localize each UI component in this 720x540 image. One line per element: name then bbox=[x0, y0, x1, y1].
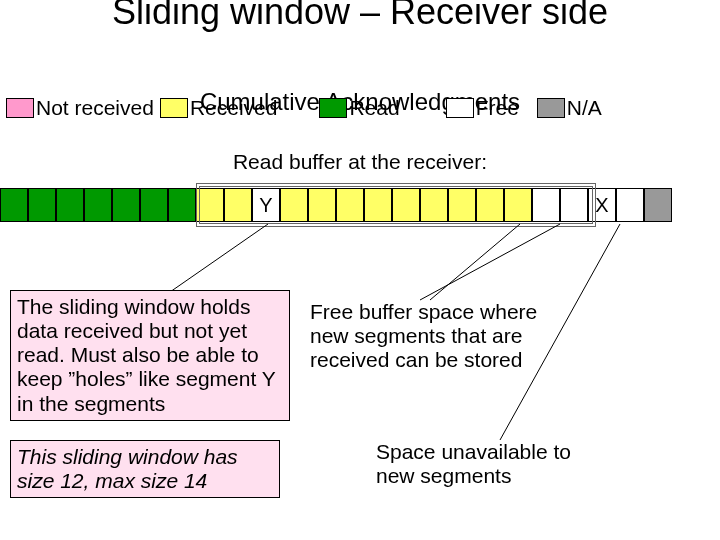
svg-line-1 bbox=[430, 224, 520, 300]
swatch-received bbox=[160, 98, 188, 118]
buffer-cell bbox=[196, 188, 224, 222]
legend: Not received Received Read Free N/A bbox=[6, 96, 608, 120]
note-free-space: Free buffer space where new segments tha… bbox=[310, 300, 570, 372]
buffer-cell bbox=[532, 188, 560, 222]
svg-line-0 bbox=[170, 224, 268, 292]
note-sliding-window: The sliding window holds data received b… bbox=[10, 290, 290, 421]
swatch-read bbox=[319, 98, 347, 118]
buffer-caption: Read buffer at the receiver: bbox=[0, 150, 720, 174]
legend-not-received: Not received bbox=[36, 96, 154, 120]
buffer-cell bbox=[644, 188, 672, 222]
buffer-cell bbox=[560, 188, 588, 222]
note-window-size: This sliding window has size 12, max siz… bbox=[10, 440, 280, 498]
legend-free: Free bbox=[476, 96, 519, 120]
buffer-cell-y: Y bbox=[252, 188, 280, 222]
buffer-cell bbox=[476, 188, 504, 222]
buffer-cell bbox=[448, 188, 476, 222]
buffer-cell bbox=[84, 188, 112, 222]
buffer-cell bbox=[0, 188, 28, 222]
buffer-cell bbox=[280, 188, 308, 222]
buffer-row: Y X bbox=[0, 188, 672, 222]
buffer-cell bbox=[140, 188, 168, 222]
page-title: Sliding window – Receiver side bbox=[0, 0, 720, 32]
legend-read: Read bbox=[349, 96, 399, 120]
buffer-cell-x: X bbox=[588, 188, 616, 222]
svg-line-2 bbox=[420, 224, 560, 300]
buffer-cell bbox=[28, 188, 56, 222]
buffer-cell bbox=[56, 188, 84, 222]
swatch-not-received bbox=[6, 98, 34, 118]
swatch-na bbox=[537, 98, 565, 118]
buffer-cell bbox=[112, 188, 140, 222]
buffer-cell bbox=[616, 188, 644, 222]
buffer-cell bbox=[504, 188, 532, 222]
legend-na: N/A bbox=[567, 96, 602, 120]
buffer-cell bbox=[336, 188, 364, 222]
buffer-cell bbox=[308, 188, 336, 222]
buffer-cell bbox=[364, 188, 392, 222]
buffer-cell bbox=[224, 188, 252, 222]
buffer-cell bbox=[392, 188, 420, 222]
buffer-cell bbox=[168, 188, 196, 222]
buffer-cell bbox=[420, 188, 448, 222]
swatch-free bbox=[446, 98, 474, 118]
note-unavailable: Space unavailable to new segments bbox=[376, 440, 606, 488]
legend-received: Received bbox=[190, 96, 278, 120]
